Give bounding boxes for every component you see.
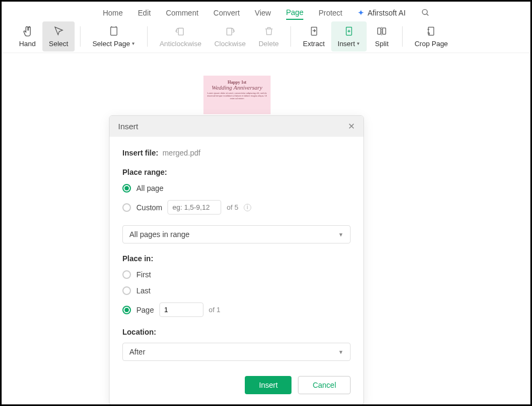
tool-label: Select Page▼ [92, 40, 135, 48]
svg-rect-4 [227, 28, 232, 35]
tool-label: Crop Page [414, 40, 448, 48]
caret-down-icon: ▼ [131, 41, 135, 46]
tool-hand[interactable]: Hand [12, 21, 42, 51]
tool-delete[interactable]: Delete [252, 21, 286, 51]
radio-page-row[interactable]: Page of 1 [122, 302, 351, 317]
of-pages-text: of 1 [209, 306, 221, 314]
svg-rect-7 [378, 28, 381, 34]
radio-last[interactable] [122, 286, 131, 295]
radio-custom-row[interactable]: Custom of 5 i [122, 200, 351, 215]
tool-clockwise[interactable]: Clockwise [208, 21, 252, 51]
svg-rect-8 [383, 28, 386, 34]
menu-view[interactable]: View [255, 6, 271, 19]
divider [80, 26, 81, 47]
tool-select[interactable]: Select [42, 21, 75, 51]
toolbar: Hand Select Select Page▼ Anticlockwise C… [2, 20, 530, 53]
dialog-header: Insert ✕ [110, 116, 363, 137]
search-icon[interactable] [421, 8, 429, 18]
dialog-body: Insert file: merged.pdf Place range: All… [110, 137, 363, 368]
radio-all-page-label: All page [136, 184, 164, 193]
chevron-down-icon: ▼ [338, 232, 344, 238]
tool-label: Extract [303, 40, 324, 48]
split-icon [376, 25, 388, 38]
range-dropdown[interactable]: All pages in range ▼ [122, 225, 351, 243]
divider [147, 26, 148, 47]
insert-dialog: Insert ✕ Insert file: merged.pdf Place r… [109, 115, 364, 405]
divider [290, 26, 291, 47]
chevron-down-icon: ▼ [338, 349, 344, 355]
close-icon[interactable]: ✕ [348, 121, 355, 131]
thumb-subtitle: Wedding Anniversary [212, 84, 262, 91]
select-page-icon [108, 25, 119, 38]
insert-file-row: Insert file: merged.pdf [122, 149, 351, 157]
tool-crop-page[interactable]: Crop Page [408, 21, 454, 51]
insert-button[interactable]: Insert [245, 376, 291, 394]
rotate-left-icon [174, 25, 186, 38]
svg-point-0 [422, 9, 427, 14]
insert-file-label: Insert file: [122, 149, 158, 157]
tool-label: Anticlockwise [159, 40, 201, 48]
info-icon[interactable]: i [244, 204, 251, 211]
insert-file-name: merged.pdf [163, 149, 201, 157]
page-thumbnail[interactable]: Happy 1st Wedding Anniversary Lorem ipsu… [203, 76, 271, 114]
menu-home[interactable]: Home [103, 6, 122, 19]
menu-protect[interactable]: Protect [318, 6, 342, 19]
menu-convert[interactable]: Convert [214, 6, 240, 19]
radio-page-label: Page [136, 306, 154, 314]
place-range-label: Place range: [122, 168, 351, 176]
ai-label: Afirstsoft AI [368, 9, 406, 17]
dialog-title: Insert [118, 122, 139, 131]
top-menu: Home Edit Comment Convert View Page Prot… [2, 2, 530, 20]
rotate-right-icon [224, 25, 236, 38]
radio-first-label: First [136, 270, 151, 279]
crop-icon [426, 25, 436, 38]
tool-select-page[interactable]: Select Page▼ [86, 21, 142, 51]
trash-icon [264, 25, 274, 38]
of-total-text: of 5 [227, 203, 238, 211]
insert-icon [344, 25, 354, 38]
radio-last-row[interactable]: Last [122, 286, 351, 295]
svg-rect-2 [111, 27, 117, 35]
tool-split[interactable]: Split [367, 21, 397, 51]
tool-label: Delete [259, 40, 279, 48]
tool-anticlockwise[interactable]: Anticlockwise [153, 21, 208, 51]
custom-range-input[interactable] [167, 200, 221, 215]
menu-comment[interactable]: Comment [166, 6, 199, 19]
tool-label: Insert▼ [338, 40, 360, 48]
location-dropdown[interactable]: After ▼ [122, 343, 351, 361]
tool-label: Hand [19, 40, 35, 48]
cancel-button[interactable]: Cancel [298, 376, 351, 394]
radio-custom[interactable] [122, 203, 131, 212]
svg-rect-3 [179, 28, 184, 35]
tool-extract[interactable]: Extract [296, 21, 331, 51]
tool-insert[interactable]: Insert▼ [331, 21, 367, 51]
cursor-icon [53, 25, 64, 38]
extract-icon [309, 25, 319, 38]
radio-all-page-row[interactable]: All page [122, 184, 351, 193]
hand-icon [21, 25, 33, 38]
location-label: Location: [122, 328, 351, 336]
radio-page[interactable] [122, 306, 131, 314]
dialog-footer: Insert Cancel [110, 368, 363, 405]
divider [402, 26, 403, 47]
svg-line-1 [426, 13, 428, 15]
location-dropdown-value: After [129, 348, 145, 356]
radio-custom-label: Custom [136, 203, 162, 212]
svg-rect-5 [311, 27, 317, 35]
radio-last-label: Last [136, 286, 150, 295]
menu-page[interactable]: Page [286, 6, 304, 20]
menu-edit[interactable]: Edit [138, 6, 151, 19]
tool-label: Select [49, 40, 68, 48]
radio-first-row[interactable]: First [122, 270, 351, 279]
place-in-label: Place in: [122, 254, 351, 263]
tool-label: Clockwise [214, 40, 246, 48]
menu-ai[interactable]: ✦ Afirstsoft AI [358, 8, 406, 18]
caret-down-icon: ▼ [356, 41, 360, 46]
page-number-input[interactable] [159, 302, 203, 317]
thumb-text: Lorem ipsum dolor sit amet, consectetur … [207, 92, 267, 100]
radio-all-page[interactable] [122, 184, 131, 193]
range-dropdown-value: All pages in range [129, 230, 190, 239]
sparkle-icon: ✦ [358, 8, 365, 18]
tool-label: Split [375, 40, 389, 48]
radio-first[interactable] [122, 270, 131, 279]
